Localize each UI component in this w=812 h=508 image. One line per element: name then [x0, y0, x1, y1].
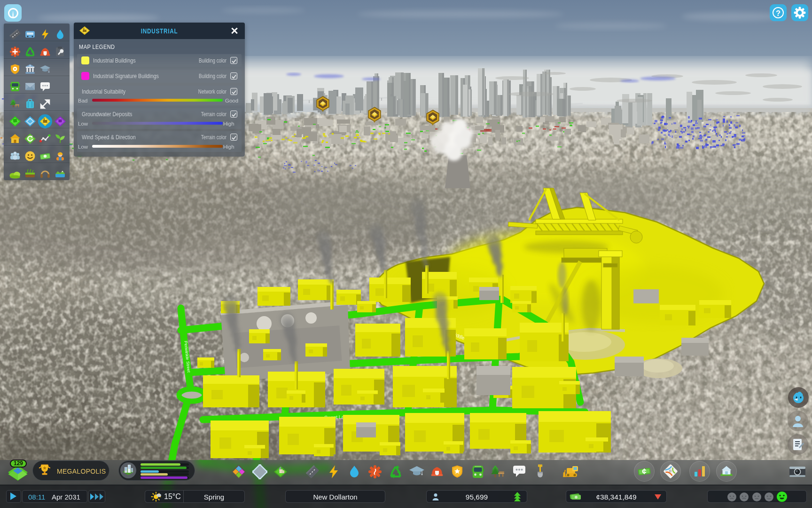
svg-text:¢: ¢ — [642, 467, 647, 476]
